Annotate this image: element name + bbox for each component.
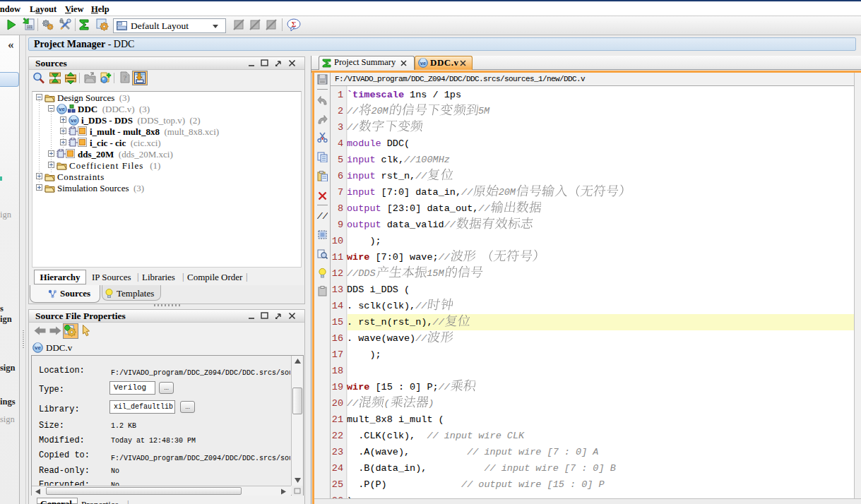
svg-text:ve: ve xyxy=(420,61,426,66)
svg-text:ve: ve xyxy=(71,117,76,124)
svg-text:ve: ve xyxy=(35,344,40,351)
svg-text:101: 101 xyxy=(27,25,32,29)
svg-text:Σ: Σ xyxy=(292,20,297,28)
svg-text:?: ? xyxy=(123,73,127,82)
svg-text:ve: ve xyxy=(59,106,64,112)
